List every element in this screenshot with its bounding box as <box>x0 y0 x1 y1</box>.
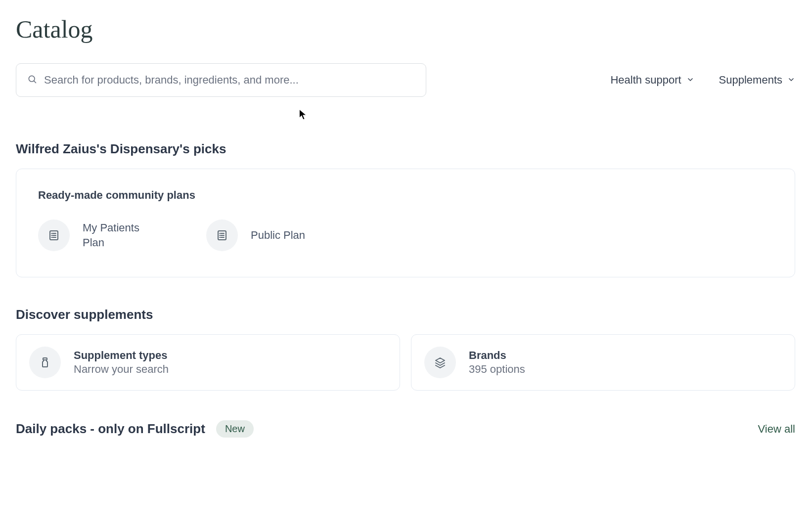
bottle-icon <box>29 347 61 378</box>
discover-card-title: Supplement types <box>74 349 169 362</box>
plan-list-icon <box>206 220 238 251</box>
chevron-down-icon <box>686 74 694 87</box>
plan-label: My Patients Plan <box>83 221 162 250</box>
discover-section-title: Discover supplements <box>16 307 795 322</box>
supplements-dropdown[interactable]: Supplements <box>719 74 795 87</box>
brands-card[interactable]: Brands 395 options <box>411 334 795 391</box>
svg-line-1 <box>34 81 36 83</box>
stack-icon <box>424 347 456 378</box>
discover-card-subtitle: 395 options <box>469 363 525 376</box>
view-all-link[interactable]: View all <box>758 423 795 436</box>
svg-marker-17 <box>436 358 445 363</box>
supplements-label: Supplements <box>719 74 782 87</box>
plan-my-patients[interactable]: My Patients Plan <box>38 220 162 251</box>
search-icon <box>27 74 37 86</box>
discover-card-subtitle: Narrow your search <box>74 363 169 376</box>
search-input[interactable] <box>44 74 415 87</box>
plan-public[interactable]: Public Plan <box>206 220 305 251</box>
plan-row: My Patients Plan Public Plan <box>38 220 773 251</box>
chevron-down-icon <box>787 74 795 87</box>
daily-packs-title: Daily packs - only on Fullscript <box>16 421 205 437</box>
filters: Health support Supplements <box>610 74 795 87</box>
plan-label: Public Plan <box>251 228 305 243</box>
daily-packs-header: Daily packs - only on Fullscript New Vie… <box>16 420 795 438</box>
cursor-icon <box>299 109 308 123</box>
search-row: Health support Supplements <box>16 63 795 97</box>
health-support-dropdown[interactable]: Health support <box>610 74 694 87</box>
picks-section-title: Wilfred Zaius's Dispensary's picks <box>16 141 795 157</box>
search-box[interactable] <box>16 63 426 97</box>
new-badge: New <box>216 420 254 438</box>
health-support-label: Health support <box>610 74 681 87</box>
supplement-types-card[interactable]: Supplement types Narrow your search <box>16 334 400 391</box>
plan-list-icon <box>38 220 70 251</box>
picks-card-title: Ready-made community plans <box>38 189 773 202</box>
page-title: Catalog <box>16 15 795 44</box>
picks-card: Ready-made community plans My Patients P… <box>16 169 795 277</box>
discover-row: Supplement types Narrow your search Bran… <box>16 334 795 391</box>
discover-card-title: Brands <box>469 349 525 362</box>
